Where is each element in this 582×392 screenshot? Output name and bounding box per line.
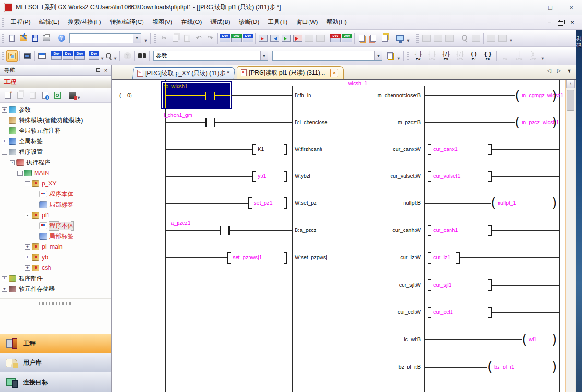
toolbar-grip[interactable]: [154, 34, 156, 43]
module-configuration-button[interactable]: [21, 50, 33, 62]
ladder-symbol-f6-button[interactable]: ┤/├F6: [439, 49, 453, 63]
source-operand[interactable]: K1: [258, 146, 264, 152]
copy-button[interactable]: [170, 33, 181, 44]
fb-output-port[interactable]: cur_sjl:W: [342, 282, 421, 288]
menu-edit[interactable]: 编辑(E): [35, 16, 64, 28]
ladder-symbol-f5-button[interactable]: ┤ ├F5: [411, 49, 425, 63]
expand-icon[interactable]: -: [10, 160, 15, 165]
tree-item-pl1[interactable]: -pl1: [0, 210, 111, 220]
target-operand[interactable]: cur_valset1: [433, 173, 460, 179]
watch-register-button[interactable]: [485, 33, 497, 44]
combo-dropdown-icon[interactable]: ▼: [260, 51, 268, 60]
paste-button[interactable]: [181, 33, 193, 44]
watch2-button[interactable]: [432, 33, 444, 44]
fb-input-port[interactable]: B:a_pzcz: [295, 227, 316, 233]
device-memory-button[interactable]: Dev: [62, 50, 74, 62]
scroll-up-icon[interactable]: ∧: [566, 80, 575, 88]
program-list-button[interactable]: [36, 50, 48, 62]
tree-item-special-module[interactable]: 特殊模块(智能功能模块): [0, 115, 111, 126]
nav-property-button[interactable]: [39, 90, 51, 101]
fb-output-port[interactable]: bz_pl_r:B: [342, 364, 421, 369]
nav-close-icon[interactable]: ×: [102, 67, 109, 74]
monitor-condition-button[interactable]: [303, 33, 315, 44]
tree-item-main[interactable]: -MAIN: [0, 168, 111, 178]
tree-item-pl1-body[interactable]: 程序本体: [0, 220, 111, 231]
tree-item-p-xy[interactable]: -p_XY: [0, 178, 111, 189]
vertical-scrollbar[interactable]: ∧: [565, 80, 575, 392]
coil-operand[interactable]: nullpf_1: [498, 200, 516, 206]
monitor-stop-button[interactable]: [269, 33, 280, 44]
watch1-button[interactable]: [421, 33, 432, 44]
window-cascade-button[interactable]: [356, 33, 368, 44]
tree-item-program-setting[interactable]: -程序设置: [0, 147, 111, 157]
combo-dropdown-icon[interactable]: ▼: [133, 34, 141, 43]
toolbar-overflow-icon[interactable]: ▼: [508, 33, 514, 44]
ladder-symbol-f9-button[interactable]: ─F9: [498, 49, 512, 63]
device-display-button[interactable]: Dev▼: [89, 50, 105, 62]
redo-button[interactable]: ↷: [204, 33, 216, 44]
contact-operand[interactable]: a_pzcz1: [171, 220, 190, 226]
standard-combobox[interactable]: ▼: [69, 33, 141, 43]
fb-input-port[interactable]: W:set_pzpwsj: [295, 254, 327, 260]
fb-output-port[interactable]: cur_valset:W: [342, 173, 421, 179]
ladder-symbol-cf9-button[interactable]: ╳cF9: [526, 49, 540, 63]
ladder-symbol-sf5-button[interactable]: ┤ ├sF5: [425, 49, 439, 63]
keyword-combobox[interactable]: 参数 ▼: [153, 51, 268, 61]
ladder-symbol-f7-button[interactable]: ( )F7: [467, 49, 481, 63]
monitor-watch-stop-button[interactable]: [292, 33, 303, 44]
watch-comment-button[interactable]: [470, 33, 482, 44]
watch-find-button[interactable]: [459, 33, 470, 44]
tree-item-device-memory[interactable]: +软元件存储器: [0, 284, 111, 294]
window-arrange-button[interactable]: [379, 33, 391, 44]
tab-scroll-left-icon[interactable]: ◁: [547, 68, 551, 74]
fb-output-port[interactable]: cur_canx:W: [342, 146, 421, 152]
combo-dropdown-icon[interactable]: ▼: [374, 51, 382, 60]
window-tile-button[interactable]: [368, 33, 379, 44]
menu-tool[interactable]: 工具(T): [263, 16, 292, 28]
nav-new-data-button[interactable]: [2, 90, 13, 101]
expand-icon[interactable]: -: [25, 181, 30, 186]
tree-item-exec-program[interactable]: -执行程序: [0, 157, 111, 168]
device-combobox[interactable]: ▼: [272, 51, 382, 61]
help2-button[interactable]: ?: [121, 50, 133, 62]
menu-view[interactable]: 视图(V): [148, 16, 177, 28]
menu-compile[interactable]: 转换/编译(C): [106, 16, 148, 28]
expand-icon[interactable]: -: [17, 171, 23, 176]
save-project-button[interactable]: [29, 33, 41, 44]
fb-input-port[interactable]: W:firshcanh: [295, 146, 322, 152]
source-operand[interactable]: set_pzpwsj1: [233, 254, 262, 260]
toolbar-overflow-icon[interactable]: ▼: [405, 33, 411, 44]
menu-online[interactable]: 在线(O): [177, 16, 206, 28]
device-tree-button[interactable]: Dev: [74, 50, 85, 62]
ladder-canvas[interactable]: wlcsh_1 ( 0) fb_wlcsh1 B:fb_in i_: [112, 80, 565, 392]
monitor-mode-button[interactable]: [394, 33, 405, 44]
menu-window[interactable]: 窗口(W): [292, 16, 322, 28]
tree-item-program-parts[interactable]: +程序部件: [0, 273, 111, 284]
dock-button-project[interactable]: 工程: [0, 334, 111, 353]
scrollbar-thumb[interactable]: [567, 90, 574, 111]
fb-output-port[interactable]: m_pzcz:B: [342, 119, 421, 125]
tree-item-parameter[interactable]: +参数: [0, 104, 111, 115]
write-to-plc-button[interactable]: Dev: [219, 33, 231, 44]
nav-paste-button[interactable]: [27, 90, 38, 101]
menu-find-replace[interactable]: 搜索/替换(F): [63, 16, 105, 28]
toolbar-grip[interactable]: [2, 18, 4, 27]
find-button[interactable]: [136, 50, 148, 62]
toolbar-grip[interactable]: [2, 52, 4, 60]
tab-list-icon[interactable]: ▼: [567, 68, 572, 74]
target-operand[interactable]: cur_lz1: [433, 254, 450, 260]
mdi-restore-button[interactable]: [556, 18, 566, 27]
target-operand[interactable]: cur_ccl1: [433, 309, 453, 315]
contact-operand[interactable]: fb_wlcsh1: [164, 83, 188, 89]
fb-input-port[interactable]: W:ybzl: [295, 173, 310, 179]
coil-operand[interactable]: bz_pl_r1: [494, 364, 514, 369]
monitor-condition2-button[interactable]: [315, 33, 326, 44]
pin-icon[interactable]: [94, 67, 102, 74]
toolbar-overflow-icon[interactable]: ▼: [396, 50, 402, 62]
tab-p-xy[interactable]: [PRG]读取 p_XY (只读) (11)步 *: [132, 67, 236, 79]
tree-item-global-comment[interactable]: 全局软元件注释: [0, 126, 111, 136]
target-operand[interactable]: cur_sjl1: [433, 282, 451, 288]
expand-icon[interactable]: +: [2, 139, 7, 144]
device-comment-button[interactable]: Dev: [51, 50, 62, 62]
verify-with-plc-button[interactable]: Dev: [242, 33, 254, 44]
